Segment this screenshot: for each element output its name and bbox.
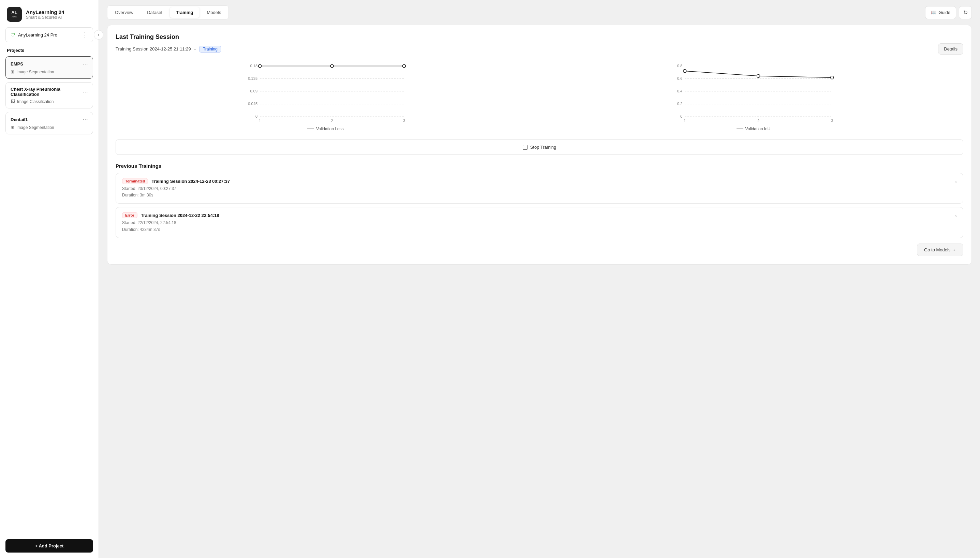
validation-loss-svg: 0.18 0.135 0.09 0.045 0 1 2 bbox=[116, 61, 535, 123]
chevron-right-icon-1: › bbox=[955, 179, 957, 185]
workspace-menu-icon[interactable]: ⋮ bbox=[82, 31, 88, 39]
project-menu-chest[interactable]: ⋯ bbox=[82, 89, 88, 95]
training-name-2: Training Session 2024-12-22 22:54:18 bbox=[141, 213, 219, 218]
validation-loss-label: Validation Loss bbox=[116, 126, 535, 131]
top-navigation: Overview Dataset Training Models 📖 Guide… bbox=[99, 0, 980, 20]
project-name-chest: Chest X-ray Pneumonia Classification bbox=[11, 87, 82, 97]
collapse-sidebar-button[interactable]: ‹ bbox=[94, 30, 103, 39]
training-name-1: Training Session 2024-12-23 00:27:37 bbox=[151, 179, 230, 184]
stop-training-button[interactable]: Stop Training bbox=[116, 140, 963, 155]
session-status-badge: Training bbox=[199, 46, 221, 53]
shield-icon: 🛡 bbox=[11, 32, 15, 38]
project-menu-emps[interactable]: ⋯ bbox=[82, 61, 88, 67]
add-project-button[interactable]: + Add Project bbox=[5, 539, 93, 553]
validation-iou-chart: 0.8 0.6 0.4 0.2 0 1 2 3 bbox=[544, 61, 963, 131]
project-card-chest[interactable]: Chest X-ray Pneumonia Classification ⋯ 🖼… bbox=[5, 82, 93, 108]
svg-point-14 bbox=[330, 64, 333, 67]
validation-iou-svg: 0.8 0.6 0.4 0.2 0 1 2 3 bbox=[544, 61, 963, 123]
svg-point-15 bbox=[403, 64, 406, 67]
svg-text:0.18: 0.18 bbox=[250, 64, 257, 68]
tab-bar: Overview Dataset Training Models bbox=[107, 5, 229, 20]
svg-text:0.135: 0.135 bbox=[248, 76, 257, 80]
image-icon-chest: 🖼 bbox=[11, 99, 15, 104]
svg-text:0.045: 0.045 bbox=[248, 102, 257, 106]
main-content: Overview Dataset Training Models 📖 Guide… bbox=[99, 0, 980, 558]
svg-text:2: 2 bbox=[331, 119, 333, 123]
layers-icon-emps: ⊞ bbox=[11, 69, 14, 74]
project-name-dental: Dentail1 bbox=[11, 117, 28, 122]
sidebar-footer: + Add Project bbox=[0, 534, 98, 558]
training-meta-1: Started: 23/12/2024, 00:27:37 Duration: … bbox=[122, 185, 955, 199]
previous-trainings-title: Previous Trainings bbox=[116, 163, 963, 169]
layers-icon-dental: ⊞ bbox=[11, 125, 14, 130]
training-item-error[interactable]: Error Training Session 2024-12-22 22:54:… bbox=[116, 207, 963, 238]
svg-point-31 bbox=[831, 76, 834, 79]
project-card-dental[interactable]: Dentail1 ⋯ ⊞ Image Segmentation bbox=[5, 112, 93, 135]
sidebar-header: AL .NRL AnyLearning 24 Smart & Secured A… bbox=[0, 0, 98, 27]
svg-text:1: 1 bbox=[259, 119, 261, 123]
book-icon: 📖 bbox=[931, 10, 936, 15]
validation-loss-chart: 0.18 0.135 0.09 0.045 0 1 2 bbox=[116, 61, 535, 131]
session-separator: - bbox=[194, 46, 196, 51]
svg-text:3: 3 bbox=[403, 119, 405, 123]
project-menu-dental[interactable]: ⋯ bbox=[82, 116, 88, 123]
tab-dataset[interactable]: Dataset bbox=[141, 7, 169, 18]
tab-overview[interactable]: Overview bbox=[109, 7, 139, 18]
svg-text:0.4: 0.4 bbox=[677, 89, 683, 93]
app-name: AnyLearning 24 bbox=[26, 9, 64, 15]
error-badge: Error bbox=[122, 212, 138, 218]
svg-text:2: 2 bbox=[757, 119, 759, 123]
guide-button[interactable]: 📖 Guide bbox=[925, 6, 956, 19]
nav-actions: 📖 Guide ↻ bbox=[925, 6, 972, 19]
training-card: Last Training Session Training Session 2… bbox=[107, 25, 972, 265]
tab-training[interactable]: Training bbox=[170, 7, 200, 18]
refresh-button[interactable]: ↻ bbox=[959, 6, 972, 19]
session-name: Training Session 2024-12-25 21:11:29 bbox=[116, 46, 191, 51]
svg-point-13 bbox=[259, 64, 262, 67]
svg-text:1: 1 bbox=[684, 119, 686, 123]
svg-text:3: 3 bbox=[831, 119, 833, 123]
validation-iou-label: Validation IoU bbox=[544, 126, 963, 131]
app-info: AnyLearning 24 Smart & Secured AI bbox=[26, 9, 64, 20]
svg-text:0.09: 0.09 bbox=[250, 89, 257, 93]
svg-point-30 bbox=[757, 74, 760, 77]
workspace-name: AnyLearning 24 Pro bbox=[18, 33, 57, 38]
go-models-row: Go to Models → bbox=[116, 243, 963, 256]
last-training-title: Last Training Session bbox=[116, 33, 963, 41]
go-to-models-button[interactable]: Go to Models → bbox=[917, 243, 963, 256]
session-info: Training Session 2024-12-25 21:11:29 - T… bbox=[116, 46, 221, 53]
svg-text:0.6: 0.6 bbox=[677, 76, 683, 80]
workspace-selector[interactable]: 🛡 AnyLearning 24 Pro ⋮ bbox=[5, 27, 93, 42]
chevron-right-icon-2: › bbox=[955, 213, 957, 219]
app-logo: AL .NRL bbox=[7, 7, 22, 22]
terminated-badge: Terminated bbox=[122, 178, 148, 184]
details-button[interactable]: Details bbox=[938, 43, 963, 54]
svg-point-29 bbox=[683, 70, 687, 73]
sidebar: AL .NRL AnyLearning 24 Smart & Secured A… bbox=[0, 0, 99, 558]
stop-icon bbox=[523, 145, 528, 150]
refresh-icon: ↻ bbox=[963, 9, 968, 16]
project-type-emps: ⊞ Image Segmentation bbox=[11, 69, 88, 74]
training-meta-2: Started: 22/12/2024, 22:54:18 Duration: … bbox=[122, 220, 955, 233]
charts-row: 0.18 0.135 0.09 0.045 0 1 2 bbox=[116, 61, 963, 131]
session-header: Training Session 2024-12-25 21:11:29 - T… bbox=[116, 43, 963, 54]
project-type-chest: 🖼 Image Classification bbox=[11, 99, 88, 104]
svg-text:0.8: 0.8 bbox=[677, 64, 683, 68]
training-item-terminated[interactable]: Terminated Training Session 2024-12-23 0… bbox=[116, 173, 963, 204]
svg-text:0: 0 bbox=[256, 114, 257, 118]
svg-text:0.2: 0.2 bbox=[677, 102, 683, 106]
svg-text:0: 0 bbox=[680, 114, 682, 118]
app-tagline: Smart & Secured AI bbox=[26, 15, 64, 20]
project-card-emps[interactable]: EMPS ⋯ ⊞ Image Segmentation bbox=[5, 56, 93, 79]
tab-models[interactable]: Models bbox=[201, 7, 228, 18]
content-area: Last Training Session Training Session 2… bbox=[99, 20, 980, 558]
project-name-emps: EMPS bbox=[11, 61, 23, 67]
projects-label: Projects bbox=[0, 48, 98, 56]
project-type-dental: ⊞ Image Segmentation bbox=[11, 125, 88, 130]
